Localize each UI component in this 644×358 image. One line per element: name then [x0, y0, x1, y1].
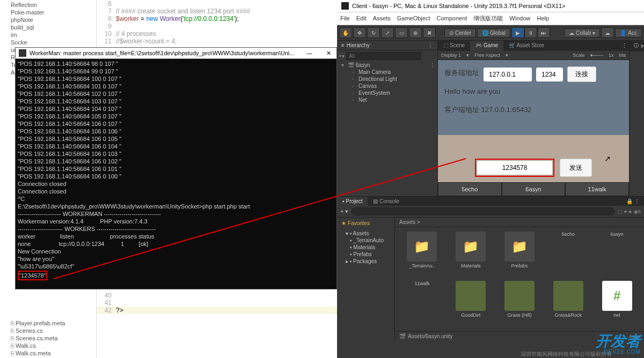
asset-Grass (Hill)[interactable]: Grass (Hill) [497, 281, 543, 327]
unity-menubar[interactable]: FileEditAssetsGameObjectComponent增强版功能Wi… [337, 12, 644, 25]
game-view[interactable]: 服务端地址 连接 Hello how are you 客户端地址 127.0.0… [438, 60, 629, 196]
custom-tool[interactable]: ✖ [423, 27, 436, 38]
project-search[interactable] [352, 207, 614, 215]
project-panel[interactable]: ▪ Project ▤ Console 🔒 ⋮ + ▾ ⬚ ♥ ★ ◉8 ★ F… [337, 197, 644, 341]
server-port-input[interactable] [536, 68, 563, 81]
collab-button[interactable]: ☁Collab▾ [564, 28, 600, 38]
unity-toolbar[interactable]: ✋ ✥ ↻ ⤢ ▭ ⊕ ✖ ⊙Center 🌐Global ▶ ⏸ ⏭ ☁Col… [337, 25, 644, 41]
step-button[interactable]: ⏭ [537, 27, 550, 38]
hierarchy-search[interactable] [346, 52, 421, 60]
account-button[interactable]: 👤Acc [615, 28, 642, 38]
favorites-folder[interactable]: ★ Favorites [338, 220, 393, 227]
hierarchy-item[interactable]: ▫Canvas [337, 83, 437, 89]
transform-tool[interactable]: ⊕ [409, 27, 422, 38]
project-tab[interactable]: ▪ Project [337, 197, 368, 206]
hierarchy-item[interactable]: ▫EventSystem [337, 89, 437, 96]
rect-tool[interactable]: ▭ [395, 27, 408, 38]
server-label: 服务端地址 [444, 68, 479, 78]
minimize-button[interactable]: — [304, 50, 314, 56]
unity-title: Client - 6asyn - PC, Mac & Linux Standal… [352, 3, 565, 9]
asset-net[interactable]: #net [594, 281, 640, 327]
file-item[interactable]: Scenes.cs.meta [0, 334, 96, 342]
terminal-titlebar[interactable]: WorkerMan: master process start_file=E:\… [16, 48, 336, 59]
unity-logo-icon [341, 2, 349, 10]
hierarchy-scene-root[interactable]: ▾🎬 6asyn ⋮ [337, 62, 437, 69]
project-tree[interactable]: ★ Favorites ▾ ▪ Assets ▪ _TerrainAuto▪ M… [337, 218, 395, 341]
message-input[interactable] [477, 161, 552, 175]
tree-item[interactable]: ▪ Prefabs [338, 251, 393, 258]
terminal-body[interactable]: "POS 192.168.1.140:58684 98 0 107 ""POS … [16, 59, 336, 282]
terminal-title-text: WorkerMan: master process start_file=E:\… [30, 50, 294, 56]
file-item[interactable]: Walk.cs.meta [0, 349, 96, 357]
close-button[interactable]: ✕ [324, 50, 333, 57]
pause-button[interactable]: ⏸ [524, 27, 537, 38]
asset-store-tab[interactable]: 🛒 Asset Store [503, 41, 550, 51]
terminal-icon [19, 49, 26, 57]
terminal-window[interactable]: WorkerMan: master process start_file=E:\… [15, 47, 337, 289]
hierarchy-item[interactable]: ▫Net [337, 96, 437, 103]
hierarchy-item[interactable]: ▫Main Camera [337, 69, 437, 76]
inspector-panel[interactable]: ⓘ Ins [629, 41, 644, 196]
asset-Materials[interactable]: 📁Materials [448, 232, 494, 278]
send-button[interactable]: 发送 [560, 159, 592, 177]
file-item[interactable]: Socke [0, 39, 96, 46]
hierarchy-item[interactable]: ▫Directional Light [337, 76, 437, 83]
pivot-toggle[interactable]: ⊙Center [444, 28, 476, 38]
file-item[interactable]: Reflection [0, 1, 96, 9]
unity-editor: Client - 6asyn - PC, Mac & Linux Standal… [337, 0, 644, 358]
menu-window[interactable]: Window [509, 15, 530, 21]
rotate-tool[interactable]: ↻ [367, 27, 380, 38]
asset-5echo[interactable]: ◈5echo [545, 232, 591, 278]
asset-Grass&Rock[interactable]: Grass&Rock [545, 281, 591, 327]
space-toggle[interactable]: 🌐Global [477, 28, 510, 38]
menu-edit[interactable]: Edit [356, 15, 367, 21]
menu-gameobject[interactable]: GameObject [397, 15, 430, 21]
menu-component[interactable]: Component [436, 15, 467, 21]
assets-folder[interactable]: ▾ ▪ Assets [338, 230, 393, 237]
asset-_TerrainAu..[interactable]: 📁_TerrainAu.. [399, 232, 445, 278]
tree-item[interactable]: ▪ Materials [338, 244, 393, 251]
scale-tool[interactable]: ⤢ [381, 27, 394, 38]
game-tab[interactable]: 🎮 Game [470, 41, 503, 51]
file-item[interactable]: build_sql [0, 24, 96, 31]
cloud-button[interactable]: ☁ [601, 27, 614, 38]
scene-tab-5echo[interactable]: 5echo [438, 182, 502, 196]
asset-11walk[interactable]: ◈11walk [399, 281, 445, 327]
client-address: 客户端地址 127.0.0.1:65432 [444, 105, 623, 115]
tree-item[interactable]: ▪ _TerrainAuto [338, 237, 393, 244]
file-item[interactable]: Player.prefab.meta [0, 319, 96, 327]
asset-GoodDirt[interactable]: GoodDirt [448, 281, 494, 327]
scene-tab-6asyn[interactable]: 6asyn [502, 182, 566, 196]
asset-6asyn[interactable]: ◈6asyn [594, 232, 640, 278]
file-item[interactable]: Poke-master [0, 9, 96, 16]
server-ip-input[interactable] [484, 68, 532, 81]
packages-folder[interactable]: ▸ ▪ Packages [338, 258, 393, 265]
scene-tab[interactable]: ⬚ Scene [438, 41, 470, 51]
file-item[interactable]: phpNote [0, 16, 96, 24]
move-tool[interactable]: ✥ [353, 27, 366, 38]
assets-breadcrumb[interactable]: Assets > [395, 218, 644, 227]
game-toolbar[interactable]: Display 1▾ Free Aspect▾ Scale ●─── 1x Ma [438, 51, 629, 60]
add-button[interactable]: + ▾ [340, 208, 348, 215]
file-item[interactable]: im [0, 31, 96, 39]
game-panel: ⬚ Scene 🎮 Game 🛒 Asset Store ⋮ Display 1… [438, 41, 629, 196]
scene-tab-11walk[interactable]: 11walk [565, 182, 629, 196]
hierarchy-panel[interactable]: ≡Hierarchy ⋮ +▾ ▾🎬 6asyn ⋮ ▫Main Camera▫… [337, 41, 438, 196]
hello-text: Hello how are you [444, 87, 623, 95]
unity-titlebar[interactable]: Client - 6asyn - PC, Mac & Linux Standal… [337, 0, 644, 12]
watermark: 开发者 DEVZE.COM [596, 334, 641, 355]
asset-Prefabs[interactable]: 📁Prefabs [497, 232, 543, 278]
menu-assets[interactable]: Assets [373, 15, 391, 21]
menu-help[interactable]: Help [537, 15, 549, 21]
menu-file[interactable]: File [340, 15, 350, 21]
play-button[interactable]: ▶ [511, 27, 524, 38]
menu-增强版功能[interactable]: 增强版功能 [473, 15, 503, 21]
hand-tool[interactable]: ✋ [339, 27, 352, 38]
console-tab[interactable]: ▤ Console [368, 197, 404, 206]
file-item[interactable]: Scenes.cs [0, 327, 96, 334]
connect-button[interactable]: 连接 [567, 66, 596, 82]
file-item[interactable]: Walk.cs [0, 342, 96, 349]
hierarchy-tab[interactable]: ≡Hierarchy ⋮ [337, 41, 437, 50]
cursor-icon [604, 154, 611, 163]
